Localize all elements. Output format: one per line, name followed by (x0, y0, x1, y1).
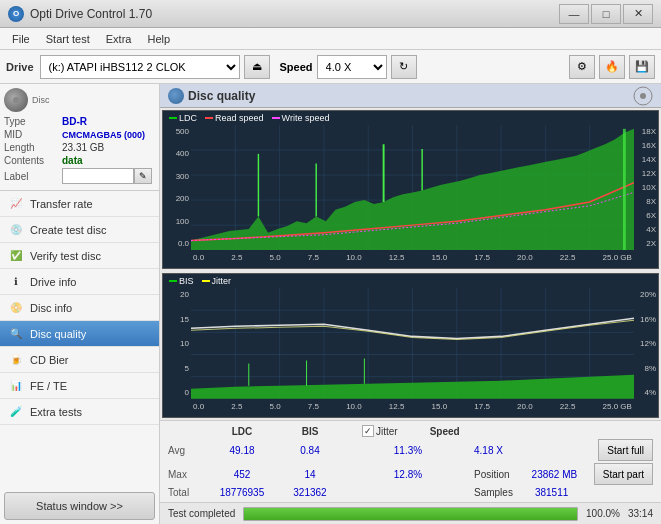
sidebar-item-fe-te[interactable]: 📊 FE / TE (0, 373, 159, 399)
menu-start-test[interactable]: Start test (38, 31, 98, 47)
bis-legend-label: BIS (179, 276, 194, 286)
disc-quality-icon: 🔍 (8, 326, 24, 342)
charts-area: LDC Read speed Write speed 5004003 (160, 108, 661, 502)
max-bis-val: 14 (280, 469, 340, 480)
mid-val: CMCMAGBA5 (000) (62, 130, 145, 140)
svg-point-1 (640, 93, 646, 99)
progress-percent: 100.0% (586, 508, 620, 519)
max-label: Max (168, 469, 204, 480)
label-input[interactable] (62, 168, 134, 184)
cd-bier-icon: 🍺 (8, 352, 24, 368)
sidebar-item-transfer-rate[interactable]: 📈 Transfer rate (0, 191, 159, 217)
bis-legend: BIS (169, 276, 194, 286)
label-edit-button[interactable]: ✎ (134, 168, 152, 184)
start-part-button[interactable]: Start part (594, 463, 653, 485)
disc-info-icon: 📀 (8, 300, 24, 316)
maximize-button[interactable]: □ (591, 4, 621, 24)
chart1-x-labels: 0.02.55.07.510.012.515.017.520.022.525.0… (191, 250, 634, 264)
fe-te-icon: 📊 (8, 378, 24, 394)
jitter-legend-dot (202, 280, 210, 282)
settings-button[interactable]: ⚙ (569, 55, 595, 79)
jitter-legend: Jitter (202, 276, 232, 286)
disc-info-label: Disc info (30, 302, 72, 314)
chart2-y-labels-right: 20%16%12%8%4% (634, 288, 658, 399)
minimize-button[interactable]: — (559, 4, 589, 24)
cd-bier-label: CD Bier (30, 354, 69, 366)
app-icon: O (8, 6, 24, 22)
jitter-legend-label: Jitter (212, 276, 232, 286)
nav-items: 📈 Transfer rate 💿 Create test disc ✅ Ver… (0, 191, 159, 488)
sidebar-item-cd-bier[interactable]: 🍺 CD Bier (0, 347, 159, 373)
eject-button[interactable]: ⏏ (244, 55, 270, 79)
jitter-checkbox[interactable]: ✓ (362, 425, 374, 437)
create-test-disc-icon: 💿 (8, 222, 24, 238)
label-key: Label (4, 171, 62, 182)
sidebar-item-extra-tests[interactable]: 🧪 Extra tests (0, 399, 159, 425)
jitter-checkbox-area[interactable]: ✓ Jitter (362, 425, 398, 437)
create-test-disc-label: Create test disc (30, 224, 106, 236)
start-full-button[interactable]: Start full (598, 439, 653, 461)
sidebar-item-verify-test-disc[interactable]: ✅ Verify test disc (0, 243, 159, 269)
burn-button[interactable]: 🔥 (599, 55, 625, 79)
speed-current-val: 4.18 X (474, 445, 503, 456)
read-speed-legend-dot (205, 117, 213, 119)
refresh-button[interactable]: ↻ (391, 55, 417, 79)
read-speed-legend: Read speed (205, 113, 264, 123)
progress-area: Test completed 100.0% 33:14 (160, 502, 661, 524)
avg-jitter-val: 11.3% (378, 445, 438, 456)
bis-chart: BIS Jitter 20151050 20%16%12%8%4% (162, 273, 659, 418)
position-val: 23862 MB (532, 469, 578, 480)
disc-section-label: Disc (32, 95, 50, 105)
extra-tests-label: Extra tests (30, 406, 82, 418)
close-button[interactable]: ✕ (623, 4, 653, 24)
sidebar-item-disc-info[interactable]: 📀 Disc info (0, 295, 159, 321)
stats-max-row: Max 452 14 12.8% Position 23862 MB Start… (168, 463, 653, 485)
transfer-rate-icon: 📈 (8, 196, 24, 212)
ldc-legend-label: LDC (179, 113, 197, 123)
chart2-y-labels-left: 20151050 (163, 288, 191, 399)
verify-test-disc-label: Verify test disc (30, 250, 101, 262)
type-key: Type (4, 116, 62, 127)
chart1-y-labels-left: 5004003002001000.0 (163, 125, 191, 250)
sidebar-item-create-test-disc[interactable]: 💿 Create test disc (0, 217, 159, 243)
progress-bar-fill (244, 508, 577, 520)
menu-file[interactable]: File (4, 31, 38, 47)
max-ldc-val: 452 (212, 469, 272, 480)
drive-select[interactable]: (k:) ATAPI iHBS112 2 CLOK (40, 55, 240, 79)
progress-label: Test completed (168, 508, 235, 519)
write-speed-legend-label: Write speed (282, 113, 330, 123)
menu-extra[interactable]: Extra (98, 31, 140, 47)
title-bar: O Opti Drive Control 1.70 — □ ✕ (0, 0, 661, 28)
write-speed-legend: Write speed (272, 113, 330, 123)
extra-tests-icon: 🧪 (8, 404, 24, 420)
sidebar-item-disc-quality[interactable]: 🔍 Disc quality (0, 321, 159, 347)
save-button[interactable]: 💾 (629, 55, 655, 79)
ldc-header: LDC (212, 426, 272, 437)
max-jitter-val: 12.8% (378, 469, 438, 480)
menu-help[interactable]: Help (139, 31, 178, 47)
write-speed-legend-dot (272, 117, 280, 119)
drive-info-icon: ℹ (8, 274, 24, 290)
stats-avg-row: Avg 49.18 0.84 11.3% 4.18 X Start full (168, 439, 653, 461)
disc-small-icon (633, 86, 653, 106)
disc-graphic (4, 88, 28, 112)
position-label: Position (474, 469, 510, 480)
total-ldc-val: 18776935 (212, 487, 272, 498)
type-val: BD-R (62, 116, 87, 127)
total-bis-val: 321362 (280, 487, 340, 498)
chart2-legend: BIS Jitter (163, 274, 658, 288)
chart2-svg (191, 288, 634, 399)
status-window-button[interactable]: Status window >> (4, 492, 155, 520)
speed-label: Speed (280, 61, 313, 73)
ldc-chart: LDC Read speed Write speed 5004003 (162, 110, 659, 269)
speed-select[interactable]: 4.0 X 1.0 X 2.0 X 8.0 X MAX (317, 55, 387, 79)
disc-quality-header: Disc quality (160, 84, 661, 108)
quality-disc-icon (168, 88, 184, 104)
avg-bis-val: 0.84 (280, 445, 340, 456)
disc-quality-label: Disc quality (30, 328, 86, 340)
speed-header: Speed (430, 426, 460, 437)
drive-label: Drive (6, 61, 34, 73)
disc-quality-title: Disc quality (188, 89, 255, 103)
chart1-svg (191, 125, 634, 250)
sidebar-item-drive-info[interactable]: ℹ Drive info (0, 269, 159, 295)
